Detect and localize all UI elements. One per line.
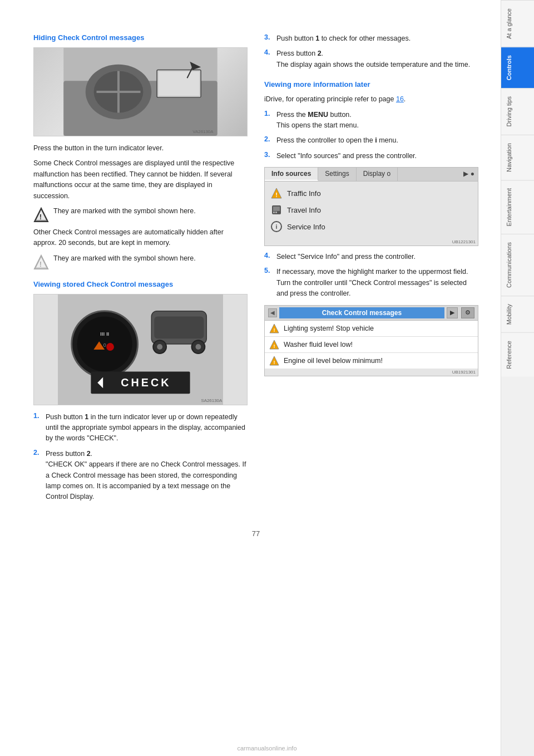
tab-communications[interactable]: Communications bbox=[501, 234, 534, 296]
tab-mobility[interactable]: Mobility bbox=[501, 296, 534, 332]
svg-rect-38 bbox=[273, 212, 275, 213]
cmsg-warn-icon-3: ! bbox=[269, 356, 279, 366]
svg-point-28 bbox=[157, 344, 162, 350]
svg-rect-39 bbox=[275, 212, 277, 213]
svg-text:III II: III II bbox=[100, 331, 109, 337]
svg-text:VA26130A: VA26130A bbox=[192, 129, 214, 134]
idrive-code: UB1221301 bbox=[265, 238, 478, 246]
idrive-row-traffic: ! Traffic Info bbox=[269, 185, 473, 202]
cmsg-header: ◀ Check Control messages ▶ ⚙ bbox=[265, 306, 478, 321]
page-number: 77 bbox=[33, 529, 478, 538]
step-mid-2: 2. Press the controller to open the i me… bbox=[264, 135, 478, 146]
warning-icon-2: ! bbox=[33, 254, 49, 270]
svg-text:!: ! bbox=[39, 260, 42, 268]
svg-rect-25 bbox=[154, 316, 204, 338]
svg-text:!: ! bbox=[274, 360, 275, 365]
cmsg-label-2: Washer fluid level low! bbox=[284, 341, 353, 348]
body-text-1: Press the button in the turn indicator l… bbox=[33, 143, 248, 154]
tab-navigation[interactable]: Navigation bbox=[501, 135, 534, 180]
idrive-ref: iDrive, for operating principle refer to… bbox=[264, 94, 478, 105]
cmsg-row-3: ! Engine oil level below minimum! bbox=[265, 353, 478, 369]
svg-point-29 bbox=[196, 344, 201, 350]
svg-rect-7 bbox=[159, 71, 199, 95]
cmsg-extra-btn: ⚙ bbox=[461, 307, 474, 318]
idrive-screen-body: ! Traffic Info Travel Info bbox=[265, 181, 478, 238]
traffic-icon: ! bbox=[270, 187, 283, 199]
section2-title: Viewing stored Check Control messages bbox=[33, 280, 248, 288]
traffic-info-label: Traffic Info bbox=[287, 189, 321, 198]
section1-title: Hiding Check Control messages bbox=[33, 33, 248, 42]
warning-row-2: ! They are marked with the symbol shown … bbox=[33, 253, 248, 270]
tab-at-a-glance[interactable]: At a glance bbox=[501, 0, 534, 47]
step-mid-1: 1. Press the MENU button.This opens the … bbox=[264, 110, 478, 131]
step-bot-4: 4. Select "Service Info" and press the c… bbox=[264, 252, 478, 262]
step-left-1: 1. Push button 1 in the turn indicator l… bbox=[33, 412, 248, 444]
tab-driving-tips[interactable]: Driving tips bbox=[501, 88, 534, 134]
idrive-screen: Info sources Settings Display o ▶ ● ! Tr… bbox=[264, 167, 478, 246]
svg-text:CHECK: CHECK bbox=[121, 376, 171, 389]
step-bot-5: 5. If necessary, move the highlight mark… bbox=[264, 267, 478, 299]
svg-text:SA26130A: SA26130A bbox=[201, 398, 222, 403]
svg-text:!: ! bbox=[39, 213, 42, 221]
idrive-screen-tabs: Info sources Settings Display o ▶ ● bbox=[265, 168, 478, 181]
idrive-tab-settings: Settings bbox=[318, 168, 356, 181]
idrive-row-service: i Service Info bbox=[269, 218, 473, 235]
cmsg-row-2: ! Washer fluid level low! bbox=[265, 337, 478, 353]
service-icon: i bbox=[270, 220, 283, 233]
step-mid-3: 3. Select "Info sources" and press the c… bbox=[264, 151, 478, 161]
left-column: Hiding Check Control messages bbox=[33, 33, 248, 507]
svg-text:0: 0 bbox=[103, 342, 106, 348]
svg-point-23 bbox=[106, 343, 114, 351]
svg-rect-37 bbox=[273, 207, 280, 211]
idrive-tab-display: Display o bbox=[357, 168, 398, 181]
tab-reference[interactable]: Reference bbox=[501, 332, 534, 377]
svg-text:i: i bbox=[275, 223, 277, 230]
body-text-2: Some Check Control messages are displaye… bbox=[33, 158, 248, 202]
svg-text:!: ! bbox=[275, 192, 278, 198]
body-text-3: Other Check Control messages are automat… bbox=[33, 227, 248, 249]
step-right-4: 4. Press button 2.The display again show… bbox=[264, 48, 478, 70]
check-msg-screen: ◀ Check Control messages ▶ ⚙ ! Lighting … bbox=[264, 305, 478, 376]
tab-controls[interactable]: Controls bbox=[501, 47, 534, 88]
travel-icon bbox=[270, 204, 283, 216]
cmsg-label-1: Lighting system! Stop vehicle bbox=[284, 325, 374, 332]
cmsg-code: UB1921301 bbox=[265, 369, 478, 376]
service-info-label: Service Info bbox=[287, 223, 325, 231]
cmsg-title: Check Control messages bbox=[279, 307, 444, 318]
viewing-section-title: Viewing more information later bbox=[264, 80, 478, 89]
cmsg-warn-icon-1: ! bbox=[269, 323, 279, 333]
idrive-row-travel: Travel Info bbox=[269, 202, 473, 218]
cmsg-warn-icon-2: ! bbox=[269, 340, 279, 350]
warning-text-2: They are marked with the symbol shown he… bbox=[53, 253, 196, 264]
car-image-1: VA26130A bbox=[33, 47, 248, 136]
warning-text-1: They are marked with the symbol shown he… bbox=[53, 206, 196, 217]
svg-text:!: ! bbox=[274, 343, 275, 349]
cmsg-forward-btn: ▶ bbox=[447, 307, 458, 318]
right-column: 3. Push button 1 to check for other mess… bbox=[264, 33, 478, 507]
cmsg-row-1: ! Lighting system! Stop vehicle bbox=[265, 321, 478, 337]
tab-entertainment[interactable]: Entertainment bbox=[501, 180, 534, 234]
step-left-2: 2. Press button 2."CHECK OK" appears if … bbox=[33, 449, 248, 503]
travel-info-label: Travel Info bbox=[287, 206, 321, 214]
idrive-tab-info: Info sources bbox=[265, 168, 318, 181]
warning-row-1: ! They are marked with the symbol shown … bbox=[33, 206, 248, 223]
cmsg-back-btn: ◀ bbox=[268, 308, 277, 317]
watermark: carmanualsonline.info bbox=[237, 745, 296, 752]
check-image: III II 0 CHECK S bbox=[33, 294, 248, 405]
warning-icon-1: ! bbox=[33, 207, 49, 223]
step-right-3: 3. Push button 1 to check for other mess… bbox=[264, 33, 478, 44]
right-tabs: At a glance Controls Driving tips Naviga… bbox=[501, 0, 534, 756]
svg-text:!: ! bbox=[274, 327, 275, 333]
cmsg-label-3: Engine oil level below minimum! bbox=[284, 357, 383, 365]
